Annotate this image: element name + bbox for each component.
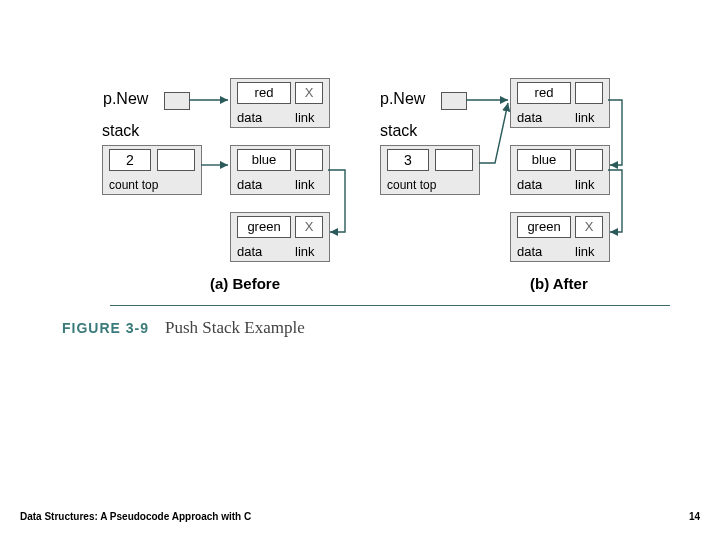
pointer-arrows xyxy=(0,0,720,540)
figure-title: Push Stack Example xyxy=(165,318,305,338)
footer-text: Data Structures: A Pseudocode Approach w… xyxy=(20,511,251,522)
figure-number: FIGURE 3-9 xyxy=(62,320,149,336)
page-number: 14 xyxy=(689,511,700,522)
figure-rule xyxy=(110,305,670,306)
